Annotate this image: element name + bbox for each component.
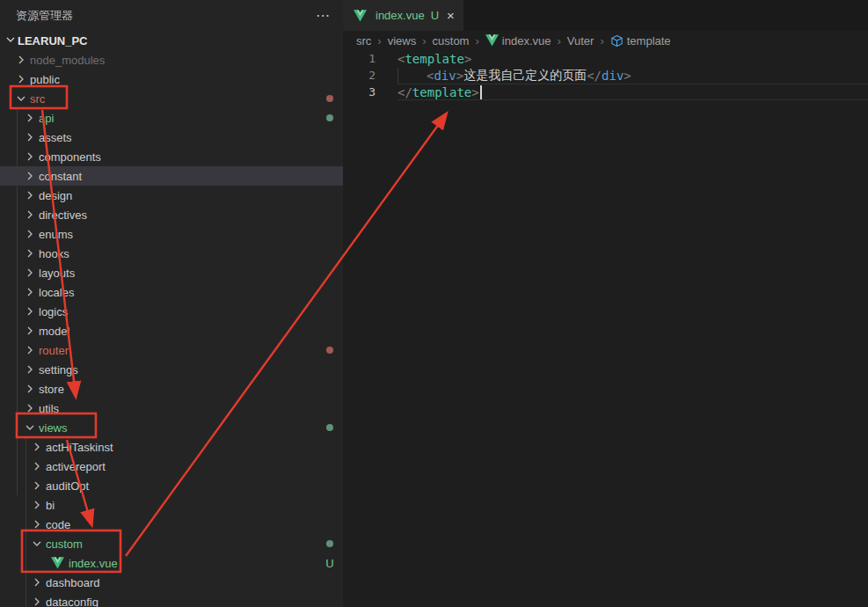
tree-item-label: custom: [46, 538, 83, 551]
code-token: >: [471, 85, 478, 99]
line-number: 2: [343, 69, 398, 82]
vue-icon: [51, 557, 64, 569]
tree-item-assets[interactable]: assets: [0, 128, 343, 147]
breadcrumb-item-custom[interactable]: custom: [433, 34, 470, 48]
chevron-right-icon: [23, 285, 37, 299]
tree-item-acthitaskinst[interactable]: actHiTaskinst: [0, 437, 343, 457]
code-token: <: [398, 52, 405, 66]
chevron-right-icon: [23, 227, 37, 241]
tree-item-router[interactable]: router: [0, 340, 343, 360]
line-number: 1: [343, 52, 398, 65]
text-cursor: [480, 85, 482, 99]
chevron-right-icon: [30, 479, 44, 493]
tree-item-custom[interactable]: custom: [0, 534, 343, 553]
tree-item-logics[interactable]: logics: [0, 302, 343, 321]
tree-item-label: logics: [39, 305, 68, 318]
breadcrumb-item-src[interactable]: src: [356, 34, 371, 48]
breadcrumb-item-index-vue[interactable]: index.vue: [485, 34, 551, 48]
tree-item-auditopt[interactable]: auditOpt: [0, 476, 343, 495]
breadcrumb-label: Vuter: [567, 34, 594, 48]
workspace-root-label: LEARUN_PC: [18, 34, 87, 48]
editor-group: index.vue U × src›views›custom›index.vue…: [343, 0, 868, 607]
code-line-3[interactable]: 3</template>: [343, 84, 868, 100]
chevron-right-icon: [30, 498, 44, 512]
tree-item-node-modules[interactable]: node_modules: [0, 50, 343, 69]
code-line-1[interactable]: 1<template>: [343, 50, 868, 67]
code-editor[interactable]: 1<template>2<div> 这是我自己定义的页面 </div>3</te…: [343, 50, 868, 607]
chevron-right-icon: [23, 343, 37, 357]
breadcrumb-item-vuter[interactable]: Vuter: [567, 34, 594, 48]
tree-item-components[interactable]: components: [0, 147, 343, 166]
tree-item-public[interactable]: public: [0, 69, 343, 89]
code-token: template: [412, 85, 471, 99]
vue-icon: [354, 10, 367, 22]
tree-item-code[interactable]: code: [0, 515, 343, 534]
tree-item-api[interactable]: api: [0, 108, 343, 128]
tree-item-label: layouts: [39, 267, 75, 280]
line-number: 3: [343, 85, 398, 99]
breadcrumb-separator: ›: [422, 34, 426, 48]
tree-item-label: src: [30, 92, 45, 106]
tree-item-bi[interactable]: bi: [0, 495, 343, 515]
tree-item-design[interactable]: design: [0, 186, 343, 205]
code-token: div: [434, 69, 456, 83]
tree-item-label: hooks: [39, 247, 69, 260]
breadcrumb-item-views[interactable]: views: [388, 34, 417, 48]
vscode-window: 资源管理器 ⋯ LEARUN_PC node_modulespublicsrca…: [0, 0, 868, 607]
breadcrumb: src›views›custom›index.vue›Vuter›templat…: [343, 31, 868, 50]
code-token: </: [398, 85, 412, 99]
tree-item-enums[interactable]: enums: [0, 224, 343, 244]
code-token: >: [456, 69, 463, 83]
tree-item-model[interactable]: model: [0, 321, 343, 340]
code-token: template: [405, 52, 463, 66]
code-line-2[interactable]: 2<div> 这是我自己定义的页面 </div>: [343, 67, 868, 84]
more-actions-icon[interactable]: ⋯: [316, 11, 331, 20]
chevron-down-icon: [23, 421, 37, 435]
tree-item-layouts[interactable]: layouts: [0, 263, 343, 282]
tree-item-index-vue[interactable]: index.vueU: [0, 553, 343, 573]
chevron-right-icon: [30, 595, 44, 607]
explorer-sidebar: 资源管理器 ⋯ LEARUN_PC node_modulespublicsrca…: [0, 0, 343, 607]
tree-item-constant[interactable]: constant: [0, 166, 343, 186]
tree-item-settings[interactable]: settings: [0, 360, 343, 379]
breadcrumb-label: src: [356, 34, 371, 48]
tree-item-hooks[interactable]: hooks: [0, 244, 343, 263]
chevron-down-icon: [30, 537, 44, 551]
tree-item-src[interactable]: src: [0, 89, 343, 108]
code-token: </: [587, 69, 602, 83]
close-icon[interactable]: ×: [447, 8, 455, 23]
chevron-right-icon: [23, 111, 37, 125]
tree-item-directives[interactable]: directives: [0, 205, 343, 224]
tree-item-locales[interactable]: locales: [0, 282, 343, 302]
tab-index-vue[interactable]: index.vue U ×: [343, 0, 463, 31]
tree-item-label: store: [39, 383, 64, 396]
workspace-root-item[interactable]: LEARUN_PC: [0, 31, 343, 50]
tree-item-utils[interactable]: utils: [0, 399, 343, 418]
tree-item-dashboard[interactable]: dashboard: [0, 573, 343, 592]
tree-item-label: model: [39, 325, 69, 338]
tree-item-label: dataconfig: [46, 596, 98, 607]
tree-item-label: auditOpt: [46, 479, 89, 493]
chevron-right-icon: [23, 401, 37, 415]
git-added-dot-icon: [326, 114, 333, 121]
code-token: >: [624, 69, 631, 83]
explorer-header: 资源管理器 ⋯: [0, 0, 343, 31]
tree-item-store[interactable]: store: [0, 379, 343, 399]
breadcrumb-separator: ›: [377, 34, 381, 48]
chevron-right-icon: [23, 324, 37, 338]
tree-item-views[interactable]: views: [0, 418, 343, 437]
breadcrumb-label: index.vue: [502, 34, 551, 48]
tree-item-activereport[interactable]: activereport: [0, 457, 343, 476]
chevron-right-icon: [30, 459, 44, 473]
tree-item-label: router: [39, 344, 69, 357]
tree-item-label: utils: [39, 402, 59, 415]
chevron-right-icon: [14, 53, 28, 67]
chevron-right-icon: [14, 72, 28, 86]
git-added-dot-icon: [326, 540, 333, 547]
breadcrumb-item-template[interactable]: template: [610, 34, 671, 48]
tree-item-label: activereport: [46, 460, 106, 473]
tree-item-label: directives: [39, 208, 87, 222]
tree-item-dataconfig[interactable]: dataconfig: [0, 592, 343, 607]
tree-item-label: views: [39, 421, 68, 435]
tree-item-label: node_modules: [30, 54, 105, 67]
